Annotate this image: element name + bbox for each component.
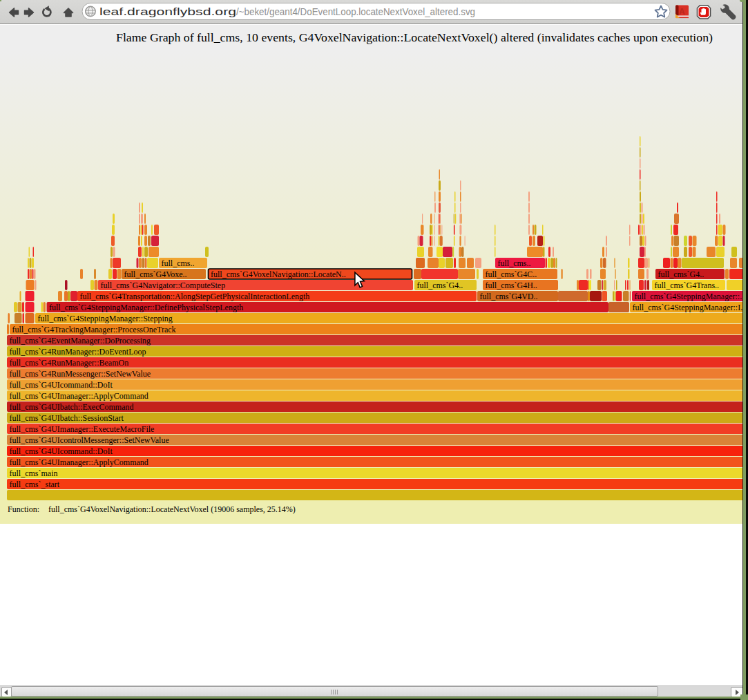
svg-text:full_cms`G4UIbatch::SessionSta: full_cms`G4UIbatch::SessionStart	[10, 413, 124, 423]
svg-text:full_cms`G4EventManager::DoPro: full_cms`G4EventManager::DoProcessing	[10, 336, 151, 346]
svg-text:full_cms..: full_cms..	[498, 258, 531, 268]
svg-text:full_cms`G4..: full_cms`G4..	[658, 269, 704, 279]
svg-text:full_cms..: full_cms..	[162, 258, 195, 268]
svg-text:full_cms`G4SteppingManager::St: full_cms`G4SteppingManager::Stepping	[38, 314, 173, 323]
svg-text:full_cms`G4VD..: full_cms`G4VD..	[480, 292, 538, 301]
svg-text:full_cms`G4C..: full_cms`G4C..	[486, 269, 537, 279]
svg-text:full_cms`G4RunManager::DoEvent: full_cms`G4RunManager::DoEventLoop	[10, 347, 146, 357]
svg-text:full_cms`G4UImanager::ExecuteM: full_cms`G4UImanager::ExecuteMacroFile	[10, 424, 155, 434]
svg-text:full_cms`G4Navigator::ComputeS: full_cms`G4Navigator::ComputeStep	[101, 281, 226, 290]
svg-text:full_cms`main: full_cms`main	[10, 469, 58, 478]
svg-text:full_cms`G4SteppingManager::I.: full_cms`G4SteppingManager::I..	[633, 303, 743, 312]
svg-text:full_cms`G4SteppingManager::..: full_cms`G4SteppingManager::..	[635, 292, 743, 301]
svg-text:full_cms`G4UIcontrolMessenger:: full_cms`G4UIcontrolMessenger::SetNewVal…	[10, 435, 169, 445]
svg-text:A: A	[679, 7, 685, 17]
svg-text:full_cms`G4TrackingManager::Pr: full_cms`G4TrackingManager::ProcessOneTr…	[12, 325, 176, 334]
svg-text:full_cms`G4UImanager::ApplyCom: full_cms`G4UImanager::ApplyCommand	[10, 457, 148, 467]
svg-text:full_cms`_start: full_cms`_start	[10, 480, 60, 489]
svg-text:full_cms`G4Voxe..: full_cms`G4Voxe..	[124, 269, 187, 279]
svg-text:/~beket/geant4/DoEventLoop.loc: /~beket/geant4/DoEventLoop.locateNextVox…	[236, 6, 475, 17]
svg-text:full_cms`G4RunManager::BeamOn: full_cms`G4RunManager::BeamOn	[10, 358, 129, 368]
svg-text:full_cms`G4UImanager::ApplyCom: full_cms`G4UImanager::ApplyCommand	[10, 391, 148, 401]
svg-text:full_cms`G4..: full_cms`G4..	[417, 281, 463, 290]
svg-text:full_cms`G4Trans..: full_cms`G4Trans..	[655, 281, 720, 290]
svg-text:full_cms`G4VoxelNavigation::Lo: full_cms`G4VoxelNavigation::LocateNextVo…	[48, 504, 296, 514]
svg-text:leaf.dragonflybsd.org: leaf.dragonflybsd.org	[99, 6, 236, 17]
svg-text:full_cms`G4H..: full_cms`G4H..	[486, 281, 537, 290]
svg-text:full_cms`G4UIcommand::DoIt: full_cms`G4UIcommand::DoIt	[10, 380, 113, 390]
svg-text:Function:: Function:	[8, 504, 39, 514]
svg-text:full_cms`G4VoxelNavigation::Lo: full_cms`G4VoxelNavigation::LocateN..	[211, 269, 346, 279]
svg-text:full_cms`G4Transportation::Alo: full_cms`G4Transportation::AlongStepGetP…	[80, 292, 310, 301]
svg-text:Flame Graph of full_cms, 10 ev: Flame Graph of full_cms, 10 events, G4Vo…	[116, 30, 713, 44]
svg-text:full_cms`G4SteppingManager::De: full_cms`G4SteppingManager::DefinePhysic…	[49, 303, 243, 312]
svg-text:full_cms`G4RunMessenger::SetNe: full_cms`G4RunMessenger::SetNewValue	[10, 369, 151, 379]
svg-text:full_cms`G4UIcommand::DoIt: full_cms`G4UIcommand::DoIt	[10, 446, 113, 456]
svg-text:full_cms`G4UIbatch::ExecComman: full_cms`G4UIbatch::ExecCommand	[10, 402, 134, 412]
